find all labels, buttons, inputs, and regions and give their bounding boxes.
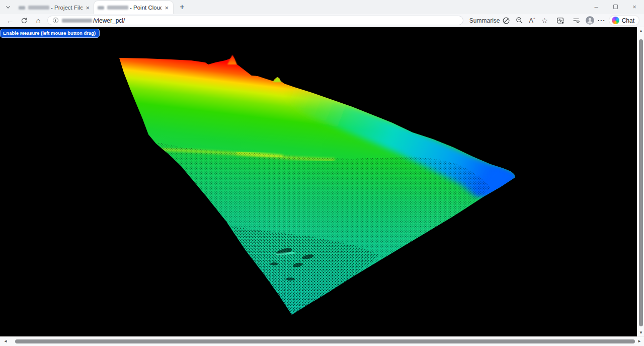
- summarise-button[interactable]: Summarise: [469, 17, 510, 25]
- browser-window: - Project Files × - Point Cloud View × +…: [0, 0, 644, 346]
- maximize-button[interactable]: [606, 0, 625, 13]
- star-icon: ☆: [541, 17, 548, 24]
- magnifier-minus-icon: [516, 17, 523, 24]
- collections-button[interactable]: [570, 16, 582, 26]
- window-controls: – ×: [587, 0, 644, 13]
- tab-point-cloud-view[interactable]: - Point Cloud View ×: [94, 1, 173, 14]
- scroll-left-icon[interactable]: ◄: [4, 339, 8, 343]
- home-button[interactable]: ⌂: [32, 16, 44, 26]
- zoom-out-button[interactable]: [514, 16, 526, 26]
- refresh-button[interactable]: [18, 16, 30, 26]
- copilot-chat-button[interactable]: Chat: [609, 16, 639, 25]
- person-icon: [586, 16, 594, 25]
- scroll-right-icon[interactable]: ►: [637, 339, 641, 343]
- browser-essentials-icon: [556, 17, 565, 25]
- redacted-url-domain: [62, 19, 92, 23]
- tab-title: - Point Cloud View: [130, 5, 162, 11]
- vertical-scrollbar[interactable]: ▲ ▼: [637, 27, 644, 336]
- redacted-tab-text: [107, 6, 128, 10]
- read-aloud-letter: A: [529, 17, 533, 24]
- point-cloud-render: [0, 27, 637, 336]
- refresh-icon: [21, 17, 28, 24]
- redacted-tab-text: [28, 6, 49, 10]
- read-aloud-button[interactable]: A^: [529, 17, 535, 24]
- browser-toolbar: ← ⌂ /viewer_pcl/ Summarise: [0, 14, 644, 27]
- chevron-down-icon: [5, 4, 11, 10]
- horizontal-scroll-thumb[interactable]: [15, 339, 635, 343]
- toolbar-right-group: Summarise A^ ☆: [469, 16, 639, 26]
- url-path: /viewer_pcl/: [93, 17, 125, 24]
- tab-project-files[interactable]: - Project Files ×: [15, 1, 94, 14]
- summarise-label: Summarise: [469, 17, 500, 24]
- horizontal-scrollbar[interactable]: ◄ ►: [0, 336, 644, 346]
- new-tab-button[interactable]: +: [176, 2, 188, 13]
- summarise-icon: [502, 17, 510, 25]
- enable-measure-button[interactable]: Enable Measure (left mouse button drag): [0, 29, 100, 38]
- point-cloud-viewport[interactable]: Enable Measure (left mouse button drag): [0, 27, 637, 336]
- knoll-bump: [273, 76, 282, 82]
- address-bar[interactable]: /viewer_pcl/: [47, 16, 463, 25]
- tab-menu-button[interactable]: [2, 2, 14, 13]
- tab-strip: - Project Files × - Point Cloud View × +…: [0, 0, 644, 14]
- close-tab-icon[interactable]: ×: [85, 4, 91, 12]
- tab-title: - Project Files: [51, 5, 83, 11]
- copilot-icon: [612, 17, 619, 24]
- vertical-scroll-thumb[interactable]: [639, 39, 643, 326]
- scroll-down-icon[interactable]: ▼: [637, 330, 644, 335]
- settings-more-button[interactable]: ···: [598, 17, 606, 24]
- scroll-up-icon[interactable]: ▲: [637, 29, 644, 33]
- minimize-button[interactable]: –: [587, 0, 606, 13]
- collections-icon: [572, 17, 580, 25]
- tab-favicon: [19, 6, 25, 10]
- profile-avatar[interactable]: [586, 16, 594, 25]
- close-tab-icon[interactable]: ×: [164, 4, 170, 12]
- favorites-star-button[interactable]: ☆: [539, 16, 551, 26]
- tab-favicon: [98, 6, 104, 10]
- chat-label: Chat: [622, 17, 634, 24]
- restore-icon: [613, 5, 618, 9]
- caret-glyph: ^: [533, 17, 535, 21]
- back-button[interactable]: ←: [4, 16, 16, 26]
- info-icon: [52, 17, 59, 24]
- close-window-button[interactable]: ×: [625, 0, 644, 13]
- browser-essentials-button[interactable]: [554, 16, 567, 26]
